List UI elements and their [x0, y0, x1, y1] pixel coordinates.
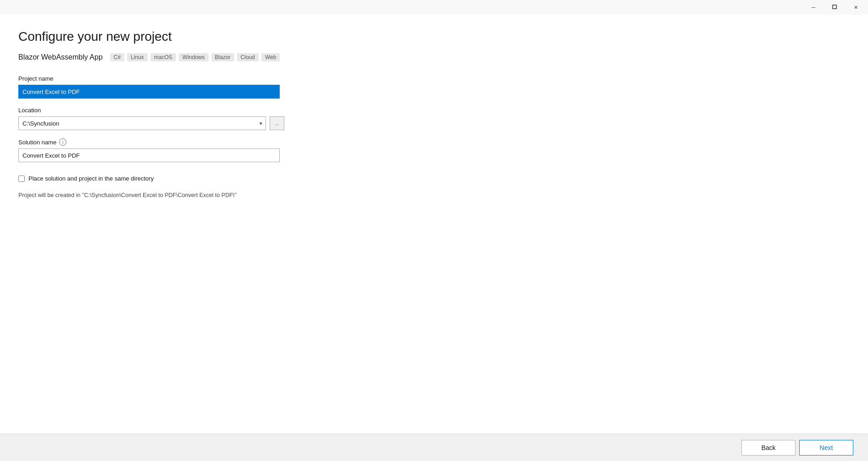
- location-row: C:\Syncfusion ▼ ...: [18, 116, 850, 130]
- location-group: Location C:\Syncfusion ▼ ...: [18, 107, 850, 130]
- bottom-bar: Back Next: [0, 434, 868, 461]
- project-name-input[interactable]: [18, 85, 280, 99]
- tag-web: Web: [261, 53, 280, 61]
- solution-name-info-icon[interactable]: i: [59, 138, 66, 146]
- title-bar: [0, 0, 868, 15]
- browse-ellipsis: ...: [275, 121, 279, 126]
- close-button[interactable]: [845, 0, 866, 15]
- location-select-wrapper: C:\Syncfusion ▼: [18, 116, 266, 130]
- back-button[interactable]: Back: [741, 440, 796, 456]
- location-label: Location: [18, 107, 850, 114]
- restore-icon: [832, 5, 837, 10]
- svg-rect-0: [833, 5, 836, 9]
- tag-csharp: C#: [110, 53, 124, 61]
- window: Configure your new project Blazor WebAss…: [0, 0, 868, 461]
- tag-windows: Windows: [179, 53, 209, 61]
- next-button[interactable]: Next: [799, 440, 853, 456]
- same-directory-checkbox[interactable]: [18, 176, 25, 182]
- tag-macos: macOS: [150, 53, 176, 61]
- project-name-label: Project name: [18, 75, 850, 82]
- browse-button[interactable]: ...: [270, 116, 284, 130]
- tag-blazor: Blazor: [211, 53, 234, 61]
- project-type-name: Blazor WebAssembly App: [18, 53, 103, 61]
- solution-name-input[interactable]: [18, 148, 280, 162]
- tag-linux: Linux: [127, 53, 148, 61]
- project-path-info: Project will be created in "C:\Syncfusio…: [18, 192, 850, 198]
- title-bar-buttons: [803, 0, 866, 15]
- minimize-button[interactable]: [803, 0, 824, 15]
- same-directory-checkbox-row: Place solution and project in the same d…: [18, 175, 850, 182]
- form-section: Project name Location C:\Syncfusion ▼ ..…: [18, 75, 850, 198]
- page-title: Configure your new project: [18, 29, 850, 44]
- tag-cloud: Cloud: [237, 53, 259, 61]
- solution-name-label: Solution name i: [18, 138, 850, 146]
- minimize-icon: [812, 4, 816, 11]
- restore-button[interactable]: [824, 0, 845, 15]
- project-type-row: Blazor WebAssembly App C# Linux macOS Wi…: [18, 53, 850, 61]
- project-name-group: Project name: [18, 75, 850, 99]
- location-select[interactable]: C:\Syncfusion: [18, 116, 266, 130]
- close-icon: [854, 5, 858, 11]
- solution-name-group: Solution name i: [18, 138, 850, 162]
- same-directory-label[interactable]: Place solution and project in the same d…: [28, 175, 154, 182]
- main-content: Configure your new project Blazor WebAss…: [0, 15, 868, 461]
